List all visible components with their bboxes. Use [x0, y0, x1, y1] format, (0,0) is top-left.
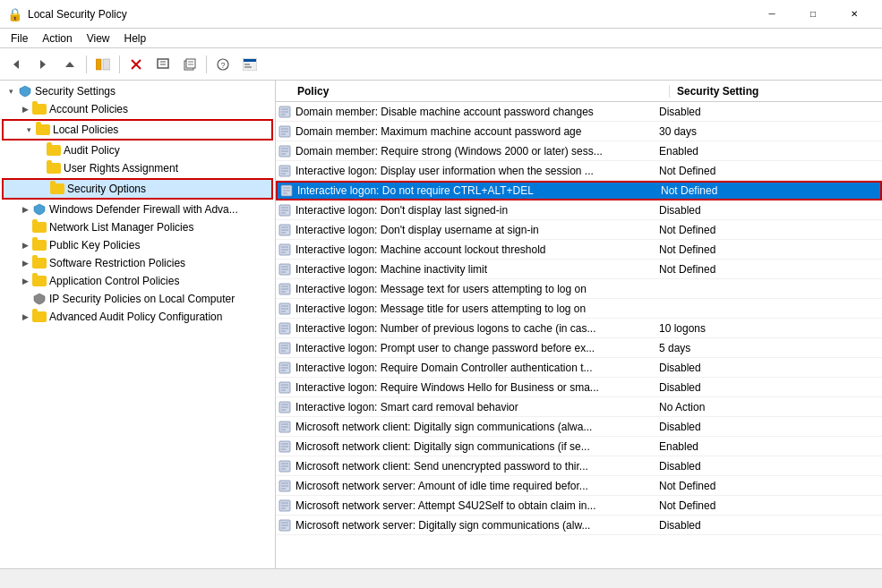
table-row[interactable]: Interactive logon: Require Windows Hello…	[276, 378, 882, 397]
maximize-button[interactable]: □	[792, 0, 834, 29]
policy-icon	[276, 362, 294, 374]
folder-icon-advanced-audit	[32, 310, 47, 324]
folder-icon-app-control	[32, 274, 47, 288]
tree-label-audit-policy: Audit Policy	[64, 144, 120, 157]
table-row[interactable]: Microsoft network client: Digitally sign…	[276, 437, 882, 456]
table-row[interactable]: Domain member: Disable machine account p…	[276, 102, 882, 122]
status-bar	[0, 568, 882, 588]
close-button[interactable]: ✕	[834, 0, 875, 29]
policy-cell: Interactive logon: Smart card removal be…	[294, 401, 652, 413]
tree-item-local-policies[interactable]: ▾ Local Policies	[4, 121, 271, 139]
table-row[interactable]: Microsoft network client: Send unencrypt…	[276, 456, 882, 476]
policy-icon	[276, 460, 294, 473]
menu-file[interactable]: File	[4, 30, 35, 47]
back-button[interactable]	[4, 52, 29, 77]
console-button[interactable]	[237, 52, 262, 77]
export-button[interactable]	[177, 52, 202, 77]
table-row[interactable]: Interactive logon: Require Domain Contro…	[276, 358, 882, 378]
table-row[interactable]: Interactive logon: Don't display usernam…	[276, 220, 882, 240]
policy-icon	[276, 145, 294, 158]
tree-item-advanced-audit[interactable]: ▶ Advanced Audit Policy Configuration	[0, 308, 275, 326]
up-button[interactable]	[57, 52, 82, 77]
table-header: Policy Security Setting	[276, 81, 882, 102]
setting-cell: 30 days	[652, 125, 882, 138]
shield-icon	[18, 84, 32, 98]
policy-cell: Interactive logon: Message text for user…	[294, 283, 652, 295]
local-policies-highlight: ▾ Local Policies	[2, 119, 273, 141]
expand-public-key[interactable]: ▶	[18, 238, 32, 252]
table-row[interactable]: Interactive logon: Number of previous lo…	[276, 319, 882, 338]
setting-cell: 10 logons	[652, 322, 882, 335]
delete-button[interactable]	[124, 52, 149, 77]
tree-label-software-restriction: Software Restriction Policies	[49, 257, 185, 269]
content-panel: Policy Security Setting Domain member: D…	[276, 81, 882, 568]
forward-button[interactable]	[30, 52, 56, 77]
policy-cell: Interactive logon: Don't display usernam…	[294, 224, 652, 236]
menu-help[interactable]: Help	[117, 30, 154, 47]
properties-button[interactable]	[150, 52, 176, 77]
policy-cell: Interactive logon: Message title for use…	[294, 303, 652, 315]
table-row[interactable]: Microsoft network server: Attempt S4U2Se…	[276, 496, 882, 516]
menu-view[interactable]: View	[80, 30, 117, 47]
expand-security-settings[interactable]: ▾	[4, 84, 18, 98]
policy-icon	[276, 303, 294, 315]
policy-cell: Interactive logon: Don't display last si…	[294, 204, 652, 217]
tree-label-account-policies: Account Policies	[49, 103, 128, 115]
folder-icon-account	[32, 102, 47, 116]
table-row[interactable]: Interactive logon: Message title for use…	[276, 299, 882, 319]
table-row[interactable]: Microsoft network server: Digitally sign…	[276, 516, 882, 535]
tree-item-security-settings[interactable]: ▾ Security Settings	[0, 82, 275, 100]
tree-item-security-options[interactable]: Security Options	[4, 180, 271, 198]
tree-item-software-restriction[interactable]: ▶ Software Restriction Policies	[0, 254, 275, 272]
table-row[interactable]: Interactive logon: Smart card removal be…	[276, 397, 882, 417]
folder-icon-public-key	[32, 238, 47, 252]
table-row[interactable]: Domain member: Maximum machine account p…	[276, 122, 882, 141]
policy-icon	[276, 480, 294, 492]
svg-rect-3	[96, 59, 101, 70]
tree-item-user-rights[interactable]: User Rights Assignment	[0, 159, 275, 177]
tree-label-public-key: Public Key Policies	[49, 239, 140, 251]
table-row[interactable]: Interactive logon: Display user informat…	[276, 161, 882, 181]
table-row[interactable]: Interactive logon: Machine inactivity li…	[276, 260, 882, 279]
help-button[interactable]: ?	[210, 52, 235, 77]
tree-item-network-list[interactable]: Network List Manager Policies	[0, 218, 275, 236]
tree-item-app-control[interactable]: ▶ Application Control Policies	[0, 272, 275, 290]
expand-account-policies[interactable]: ▶	[18, 102, 32, 116]
table-row[interactable]: Interactive logon: Do not require CTRL+A…	[276, 181, 882, 200]
tree-item-audit-policy[interactable]: Audit Policy	[0, 141, 275, 159]
minimize-button[interactable]: ─	[751, 0, 792, 29]
table-row[interactable]: Interactive logon: Message text for user…	[276, 279, 882, 299]
expand-defender[interactable]: ▶	[18, 202, 32, 217]
tree-item-public-key[interactable]: ▶ Public Key Policies	[0, 236, 275, 254]
window-controls: ─ □ ✕	[751, 0, 875, 29]
tree-item-ip-security[interactable]: IP Security Policies on Local Computer	[0, 290, 275, 308]
tree-item-windows-defender[interactable]: ▶ Windows Defender Firewall with Adva...	[0, 200, 275, 218]
setting-cell: Not Defined	[654, 184, 880, 197]
setting-cell: Not Defined	[652, 224, 882, 236]
folder-icon-user-rights	[47, 161, 61, 175]
policy-cell: Interactive logon: Machine inactivity li…	[294, 263, 652, 276]
expand-local-policies[interactable]: ▾	[21, 123, 36, 137]
tree-label-advanced-audit: Advanced Audit Policy Configuration	[49, 311, 222, 323]
setting-cell: Enabled	[652, 145, 882, 158]
setting-cell: Not Defined	[652, 480, 882, 492]
expand-software[interactable]: ▶	[18, 256, 32, 270]
window-title: Local Security Policy	[28, 8, 127, 21]
table-row[interactable]: Interactive logon: Don't display last si…	[276, 200, 882, 220]
table-row[interactable]: Microsoft network client: Digitally sign…	[276, 417, 882, 437]
policy-icon	[276, 381, 294, 394]
setting-cell: Enabled	[652, 440, 882, 453]
menu-action[interactable]: Action	[35, 30, 79, 47]
policy-cell: Interactive logon: Require Windows Hello…	[294, 381, 652, 394]
expand-app-control[interactable]: ▶	[18, 274, 32, 288]
show-hide-button[interactable]	[90, 52, 116, 77]
policy-column-header[interactable]: Policy	[294, 85, 670, 98]
table-row[interactable]: Domain member: Require strong (Windows 2…	[276, 141, 882, 161]
tree-panel-inner: ▾ Security Settings ▶ Account Policies	[0, 81, 275, 328]
expand-advanced-audit[interactable]: ▶	[18, 310, 32, 324]
setting-column-header[interactable]: Security Setting	[670, 85, 868, 98]
table-row[interactable]: Interactive logon: Machine account locko…	[276, 240, 882, 260]
table-row[interactable]: Microsoft network server: Amount of idle…	[276, 476, 882, 496]
table-row[interactable]: Interactive logon: Prompt user to change…	[276, 338, 882, 358]
tree-item-account-policies[interactable]: ▶ Account Policies	[0, 100, 275, 118]
